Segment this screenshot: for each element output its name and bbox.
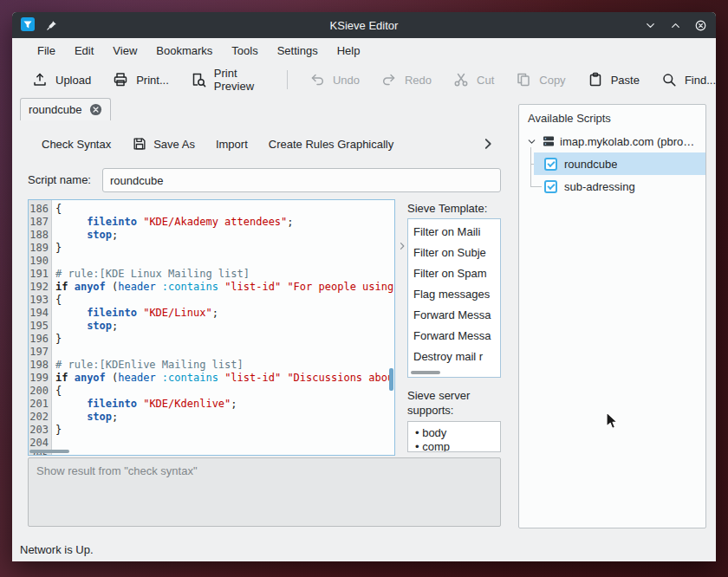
template-item[interactable]: Filter on Subje — [408, 243, 500, 263]
paste-button[interactable]: Paste — [587, 71, 640, 88]
code-line[interactable]: if anyof (header :contains "list-id" "Fo… — [55, 281, 394, 294]
menu-settings[interactable]: Settings — [268, 41, 328, 61]
tab-label: roundcube — [29, 103, 81, 116]
pin-icon[interactable] — [43, 17, 60, 34]
tree-item-server[interactable]: imap.mykolab.com (pbro… — [519, 130, 705, 152]
undo-icon — [309, 71, 326, 88]
redo-icon — [380, 71, 398, 88]
editor-code[interactable]: { fileinto "KDE/Akademy attendees"; stop… — [52, 200, 394, 455]
expander-icon[interactable] — [526, 136, 537, 147]
window-title: KSieve Editor — [12, 19, 716, 32]
find-button[interactable]: Find... — [660, 71, 716, 88]
toolbar-label: Print Preview — [214, 67, 266, 93]
tree-item-roundcube[interactable]: roundcube — [534, 152, 705, 175]
line-number: 202 — [29, 411, 49, 424]
sieve-template-label: Sieve Template: — [407, 202, 487, 215]
code-line[interactable] — [55, 450, 394, 455]
print-preview-button[interactable]: Print Preview — [190, 67, 266, 93]
chevron-right-icon — [480, 136, 496, 152]
script-label: roundcube — [564, 158, 617, 171]
chevron-down-icon — [644, 19, 657, 32]
toolbar-label: Copy — [539, 74, 565, 87]
save-as-button[interactable]: Save As — [132, 136, 195, 152]
tree-item-sub-adressing[interactable]: sub-adressing — [534, 175, 705, 198]
menu-view[interactable]: View — [103, 41, 146, 61]
tree-connector — [530, 147, 531, 186]
code-line[interactable]: fileinto "KDE/Kdenlive"; — [55, 398, 394, 411]
line-number: 195 — [29, 320, 49, 333]
line-number: 197 — [29, 346, 49, 359]
splitter-expand-icon[interactable] — [396, 234, 407, 258]
menu-edit[interactable]: Edit — [65, 41, 103, 61]
import-button[interactable]: Import — [216, 138, 248, 151]
template-item[interactable]: Filter on Spam — [408, 263, 500, 284]
code-line[interactable]: stop; — [55, 229, 394, 242]
tab-roundcube[interactable]: roundcube — [20, 98, 111, 120]
template-item[interactable]: Forward Messa — [408, 326, 500, 347]
code-line[interactable]: fileinto "KDE/Akademy attendees"; — [55, 216, 394, 229]
upload-button[interactable]: Upload — [31, 71, 91, 88]
template-item[interactable]: Filter on Maili — [408, 222, 500, 243]
checkbox-checked-icon[interactable] — [544, 180, 557, 193]
import-label: Import — [216, 138, 248, 151]
sieve-editor[interactable]: 1861871881891901911921931941951961971981… — [28, 199, 395, 456]
check-syntax-button[interactable]: Check Syntax — [42, 138, 111, 151]
toolbar-overflow-chevron-icon[interactable] — [480, 136, 496, 152]
paste-icon — [587, 71, 604, 88]
server-icon — [542, 134, 556, 148]
print-icon — [112, 71, 129, 88]
line-number: 189 — [29, 242, 49, 255]
checkbox-checked-icon[interactable] — [544, 158, 557, 171]
print-button[interactable]: Print... — [112, 71, 169, 88]
script-name-label: Script name: — [28, 168, 91, 192]
minimize-button[interactable] — [642, 17, 659, 34]
code-line[interactable]: stop; — [55, 411, 394, 424]
menu-bookmarks[interactable]: Bookmarks — [146, 41, 222, 61]
toolbar-label: Cut — [477, 74, 494, 87]
template-item[interactable]: Flag messages — [408, 284, 500, 305]
line-number: 191 — [29, 268, 49, 281]
code-line[interactable]: # rule:[KDE Linux Mailing list] — [55, 268, 394, 281]
template-list: Filter on MailiFilter on SubjeFilter on … — [407, 218, 501, 378]
code-line[interactable]: { — [55, 294, 394, 307]
line-number: 192 — [29, 281, 49, 294]
titlebar[interactable]: KSieve Editor — [12, 12, 716, 38]
code-line[interactable]: { — [55, 385, 394, 398]
chevron-up-icon — [669, 19, 682, 32]
code-line[interactable] — [55, 437, 394, 450]
check-syntax-label: Check Syntax — [42, 138, 111, 151]
toolbar: UploadPrint...Print PreviewUndoRedoCutCo… — [12, 62, 716, 97]
redo-button: Redo — [380, 71, 432, 88]
maximize-button[interactable] — [667, 17, 684, 34]
editor-vertical-scrollbar[interactable] — [389, 368, 393, 391]
code-line[interactable]: } — [55, 242, 394, 255]
code-line[interactable]: } — [55, 333, 394, 346]
template-item[interactable]: Destroy mail r — [408, 347, 500, 367]
editor-horizontal-scrollbar[interactable] — [29, 450, 69, 453]
code-line[interactable]: } — [55, 424, 394, 437]
script-actions: Check Syntax Save As Import Create Rules… — [28, 132, 393, 156]
toolbar-label: Upload — [55, 74, 91, 87]
line-number: 193 — [29, 294, 49, 307]
template-list-scrollbar[interactable] — [411, 371, 440, 374]
create-rules-button[interactable]: Create Rules Graphically — [269, 138, 394, 151]
menu-tools[interactable]: Tools — [222, 41, 267, 61]
check-syntax-result-box[interactable]: Show result from "check syntax" — [28, 457, 501, 527]
close-button[interactable] — [692, 17, 709, 34]
code-line[interactable]: fileinto "KDE/Linux"; — [55, 307, 394, 320]
line-number: 203 — [29, 424, 49, 437]
code-line[interactable]: stop; — [55, 320, 394, 333]
capability-list: • body• comp — [407, 421, 501, 452]
tab-close-icon[interactable] — [89, 103, 102, 116]
template-item[interactable]: Forward Messa — [408, 305, 500, 326]
code-line[interactable]: # rule:[KDEnlive Mailing list] — [55, 359, 394, 372]
menu-help[interactable]: Help — [328, 41, 370, 61]
code-line[interactable]: if anyof (header :contains "list-id" "Di… — [55, 372, 394, 385]
code-line[interactable]: { — [55, 203, 394, 216]
code-line[interactable] — [55, 346, 394, 359]
app-icon — [21, 17, 35, 34]
line-number: 190 — [29, 255, 49, 268]
menu-file[interactable]: File — [28, 41, 65, 61]
script-name-input[interactable] — [102, 168, 501, 192]
code-line[interactable] — [55, 255, 394, 268]
